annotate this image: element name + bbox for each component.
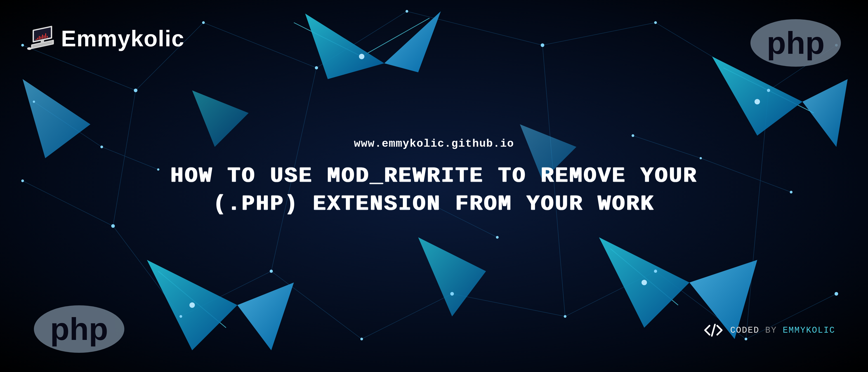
svg-rect-77 xyxy=(37,37,38,40)
svg-point-49 xyxy=(654,21,657,24)
by-label: BY xyxy=(765,326,777,335)
svg-point-87 xyxy=(27,47,32,50)
svg-marker-33 xyxy=(712,57,802,135)
coded-by-footer: CODED BY EMMYKOLIC xyxy=(703,322,835,338)
svg-rect-81 xyxy=(43,35,44,39)
svg-point-52 xyxy=(21,180,24,182)
svg-point-73 xyxy=(642,280,647,285)
svg-marker-32 xyxy=(384,11,441,72)
svg-line-13 xyxy=(452,294,565,316)
svg-point-53 xyxy=(111,224,115,228)
svg-point-59 xyxy=(654,270,657,273)
svg-line-17 xyxy=(113,90,135,226)
svg-point-69 xyxy=(496,236,499,239)
svg-line-5 xyxy=(542,23,655,45)
svg-rect-76 xyxy=(36,39,37,40)
svg-line-88 xyxy=(712,324,715,336)
svg-point-56 xyxy=(360,338,363,340)
svg-point-55 xyxy=(270,270,273,273)
php-badge-top: php xyxy=(750,19,841,67)
svg-point-62 xyxy=(33,100,35,103)
svg-rect-79 xyxy=(40,36,41,39)
svg-rect-78 xyxy=(39,36,40,39)
svg-line-24 xyxy=(701,158,791,192)
website-url: www.emmykolic.github.io xyxy=(163,137,705,150)
svg-marker-40 xyxy=(23,79,90,158)
svg-point-54 xyxy=(180,315,182,318)
svg-point-67 xyxy=(790,191,793,193)
main-title: HOW TO USE MOD_REWRITE TO REMOVE YOUR (.… xyxy=(163,162,705,218)
coded-by-text: CODED BY EMMYKOLIC xyxy=(730,326,835,335)
svg-point-47 xyxy=(405,10,408,13)
svg-marker-34 xyxy=(802,79,848,147)
svg-rect-83 xyxy=(47,36,48,38)
svg-point-44 xyxy=(134,89,137,92)
svg-point-71 xyxy=(754,99,760,104)
author-name: EMMYKOLIC xyxy=(783,326,835,335)
svg-point-45 xyxy=(202,21,205,24)
svg-point-70 xyxy=(359,54,364,59)
svg-point-65 xyxy=(631,134,634,137)
coded-label: CODED xyxy=(730,326,760,335)
php-badge-bottom: php xyxy=(34,305,124,353)
brand-logo: Emmykolic xyxy=(25,25,184,52)
php-label: php xyxy=(767,25,825,61)
svg-line-0 xyxy=(23,45,135,90)
svg-marker-36 xyxy=(237,282,294,350)
svg-point-72 xyxy=(189,302,195,308)
svg-line-12 xyxy=(362,294,452,339)
svg-line-22 xyxy=(102,147,158,169)
svg-point-43 xyxy=(21,44,24,46)
svg-rect-82 xyxy=(45,33,46,38)
svg-line-2 xyxy=(204,23,316,68)
svg-line-8 xyxy=(23,181,113,226)
code-bracket-icon xyxy=(703,322,723,338)
svg-point-63 xyxy=(100,146,103,148)
svg-point-57 xyxy=(450,292,454,296)
svg-point-61 xyxy=(835,292,838,296)
svg-point-50 xyxy=(767,89,770,92)
svg-point-64 xyxy=(157,168,159,170)
svg-rect-80 xyxy=(42,35,43,39)
svg-marker-39 xyxy=(418,237,486,316)
center-content: www.emmykolic.github.io HOW TO USE MOD_R… xyxy=(163,137,705,218)
svg-point-48 xyxy=(541,43,544,47)
brand-name: Emmykolic xyxy=(61,26,184,52)
svg-point-58 xyxy=(564,315,566,318)
php-label: php xyxy=(50,311,108,347)
svg-point-46 xyxy=(315,66,318,69)
computer-icon xyxy=(25,25,57,52)
